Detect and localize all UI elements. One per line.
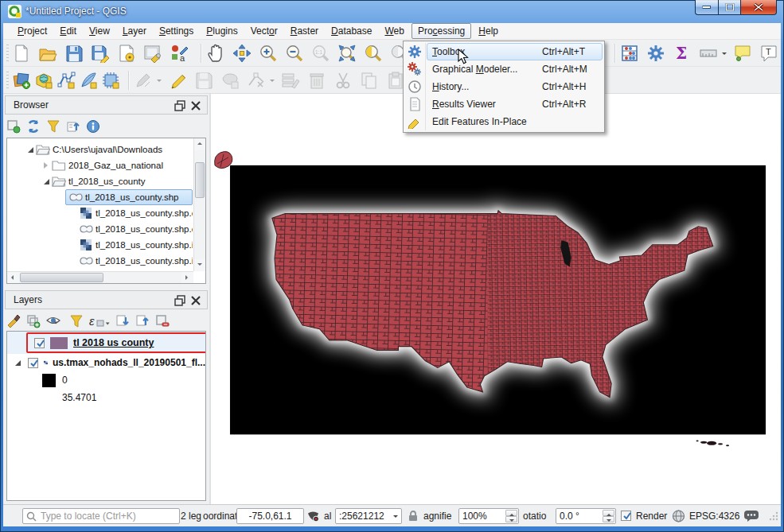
- refresh-icon[interactable]: [26, 119, 41, 134]
- save-project-icon[interactable]: [64, 44, 84, 63]
- text-annotation-icon[interactable]: T: [759, 44, 778, 63]
- tree-row-gaz[interactable]: 2018_Gaz_ua_national: [7, 157, 193, 173]
- menu-item-results-viewer[interactable]: Results Viewer Ctrl+Alt+R: [405, 95, 603, 113]
- sum-icon[interactable]: Σ: [673, 44, 692, 63]
- scroll-up-button[interactable]: [194, 138, 206, 150]
- new-print-layout-icon[interactable]: [117, 44, 136, 63]
- menu-web[interactable]: Web: [378, 23, 410, 39]
- toolbar-grip[interactable]: [6, 72, 9, 89]
- close-button[interactable]: [741, 0, 777, 15]
- coordinate-input[interactable]: -75.0,61.1: [236, 508, 304, 524]
- tree-row-downloads[interactable]: C:\Users\ujaval\Downloads: [7, 142, 193, 157]
- spin-buttons[interactable]: [603, 510, 614, 522]
- toggle-editing-icon[interactable]: [168, 71, 187, 90]
- rotation-spinbox[interactable]: 0.0 °: [556, 508, 616, 524]
- locator-search[interactable]: Type to locate (Ctrl+K): [22, 508, 180, 524]
- menu-item-graphical-modeler[interactable]: Graphical Modeler... Ctrl+Alt+M: [405, 60, 603, 78]
- filter-browser-icon[interactable]: [46, 119, 60, 134]
- zoom-full-icon[interactable]: [337, 44, 357, 63]
- menu-raster[interactable]: Raster: [284, 23, 325, 39]
- expander-closed-icon[interactable]: [41, 160, 52, 171]
- tree-row-ea2[interactable]: tl_2018_us_county.shp.ea: [7, 221, 193, 237]
- magnifier-spinbox[interactable]: 100%: [458, 508, 519, 524]
- tree-row-shp[interactable]: tl_2018_us_county.shp: [7, 189, 193, 205]
- measure-dropdown-caret[interactable]: [722, 44, 728, 63]
- modify-attributes-icon[interactable]: [281, 71, 300, 90]
- pan-to-selection-icon[interactable]: [232, 44, 252, 63]
- menu-layer[interactable]: Layer: [116, 23, 153, 39]
- minimize-button[interactable]: [695, 0, 718, 15]
- menu-view[interactable]: View: [83, 23, 116, 39]
- cut-features-icon[interactable]: [333, 71, 353, 90]
- layers-panel-header[interactable]: Layers: [5, 290, 208, 309]
- menu-processing[interactable]: Processing: [412, 23, 471, 39]
- messages-icon[interactable]: [743, 505, 759, 526]
- titlebar[interactable]: *Untitled Project - QGIS: [0, 0, 784, 23]
- browser-panel-header[interactable]: Browser: [5, 95, 208, 115]
- add-group-icon[interactable]: [26, 314, 41, 328]
- current-edits-caret[interactable]: [157, 71, 163, 90]
- menu-item-history[interactable]: History... Ctrl+Alt+H: [405, 78, 603, 95]
- open-project-icon[interactable]: [38, 44, 57, 63]
- delete-selected-icon[interactable]: [307, 71, 326, 90]
- lock-icon[interactable]: [408, 505, 419, 526]
- new-shapefile-layer-icon[interactable]: [57, 71, 76, 90]
- tree-row-county-folder[interactable]: tl_2018_us_county: [7, 173, 193, 189]
- browser-hscrollbar[interactable]: [7, 271, 193, 283]
- new-geopackage-layer-icon[interactable]: [34, 71, 53, 90]
- expander-open-icon[interactable]: [12, 357, 23, 368]
- layer-row-raster[interactable]: us.tmax_nohads_ll_20190501_fl...: [7, 354, 205, 371]
- vscroll-thumb[interactable]: [195, 162, 205, 198]
- extents-icon[interactable]: [306, 505, 320, 526]
- tree-row-isc1[interactable]: tl_2018_us_county.shp.isc: [7, 237, 193, 253]
- menu-edit[interactable]: Edit: [53, 23, 83, 39]
- maximize-button[interactable]: [718, 0, 741, 15]
- layer-checkbox[interactable]: [28, 358, 38, 368]
- scroll-down-button[interactable]: [194, 259, 206, 271]
- filter-legend-icon[interactable]: [69, 314, 84, 328]
- map-tips-icon[interactable]: [733, 44, 752, 63]
- menu-help[interactable]: Help: [472, 23, 505, 39]
- layer-row-county[interactable]: tl 2018 us county: [7, 332, 205, 354]
- layout-manager-icon[interactable]: [143, 44, 162, 63]
- browser-close-button[interactable]: [189, 99, 202, 112]
- render-checkbox[interactable]: [621, 511, 631, 521]
- filter-expression-icon[interactable]: ε: [89, 314, 110, 328]
- statistics-icon[interactable]: [620, 44, 639, 63]
- zoom-out-icon[interactable]: [285, 44, 304, 63]
- new-project-icon[interactable]: [12, 44, 31, 63]
- collapse-all-layers-icon[interactable]: [135, 314, 150, 328]
- layer-checkbox[interactable]: [34, 338, 45, 348]
- layers-close-button[interactable]: [189, 294, 202, 307]
- scale-combobox[interactable]: :25621212: [335, 508, 402, 524]
- browser-float-button[interactable]: [174, 99, 186, 112]
- menu-item-edit-in-place[interactable]: Edit Features In-Place: [405, 113, 603, 130]
- map-canvas[interactable]: [209, 94, 781, 504]
- tree-row-ea1[interactable]: tl_2018_us_county.shp.ea: [7, 205, 193, 221]
- style-manager-icon[interactable]: a: [170, 44, 189, 63]
- processing-gear-icon[interactable]: [646, 44, 665, 63]
- hscroll-thumb[interactable]: [20, 273, 103, 282]
- current-edits-icon[interactable]: [134, 71, 153, 90]
- new-virtual-layer-icon[interactable]: [101, 71, 120, 90]
- menu-project[interactable]: Project: [11, 23, 53, 39]
- expand-all-icon[interactable]: [115, 314, 130, 328]
- add-feature-icon[interactable]: [220, 71, 240, 90]
- resize-grip[interactable]: [769, 505, 778, 526]
- zoom-in-icon[interactable]: [259, 44, 278, 63]
- new-scratch-layer-icon[interactable]: [79, 71, 98, 90]
- menu-settings[interactable]: Settings: [153, 23, 200, 39]
- tree-row-partial[interactable]: 2018_Gaz_ua_national.zip: [7, 269, 193, 270]
- expander-open-icon[interactable]: [41, 176, 52, 187]
- map-themes-icon[interactable]: [46, 314, 64, 328]
- remove-layer-icon[interactable]: [155, 314, 170, 328]
- collapse-all-icon[interactable]: [66, 119, 80, 134]
- menu-database[interactable]: Database: [325, 23, 378, 39]
- expander-open-icon[interactable]: [25, 144, 36, 155]
- tree-row-isc2[interactable]: tl_2018_us_county.shp.isc: [7, 253, 193, 269]
- menu-vector[interactable]: Vector: [244, 23, 284, 39]
- menu-plugins[interactable]: Plugins: [200, 23, 244, 39]
- add-selected-layer-icon[interactable]: [6, 119, 21, 134]
- properties-info-icon[interactable]: [86, 119, 100, 134]
- menu-item-toolbox[interactable]: Toolbox Ctrl+Alt+T: [405, 43, 603, 60]
